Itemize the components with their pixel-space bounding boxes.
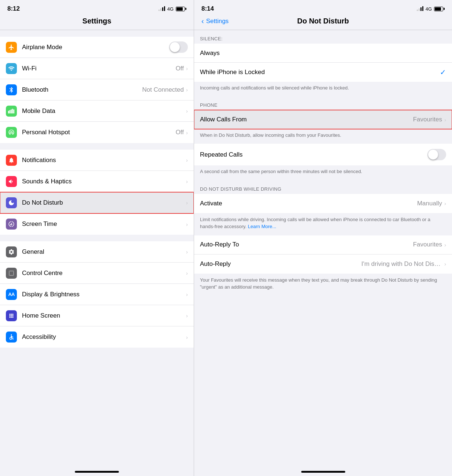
do-not-disturb-row[interactable]: Do Not Disturb › [0,192,194,213]
screen-time-row[interactable]: Screen Time › [0,213,194,235]
home-screen-chevron: › [186,312,188,319]
auto-reply-to-value: Favourites [413,241,442,248]
svg-point-8 [9,315,10,316]
right-status-bar: 8:14 4G [194,0,452,15]
personal-hotspot-label: Personal Hotspot [22,129,176,136]
left-status-time: 8:12 [7,5,20,12]
auto-reply-row[interactable]: Auto-Reply I'm driving with Do Not Distu… [194,255,452,274]
bluetooth-icon [6,84,17,95]
phone-items: Allow Calls From Favourites › [194,110,452,129]
right-home-bar [301,471,345,473]
svg-point-5 [9,314,10,315]
general-chevron: › [186,249,188,255]
control-centre-icon [6,268,17,279]
always-row[interactable]: Always [194,44,452,63]
right-home-indicator [194,469,452,476]
wifi-icon [6,63,17,74]
svg-point-13 [12,316,13,318]
control-centre-label: Control Centre [22,270,186,277]
display-brightness-label: Display & Brightness [22,291,186,298]
while-locked-row[interactable]: While iPhone is Locked ✓ [194,63,452,82]
personal-hotspot-row[interactable]: Personal Hotspot Off › [0,122,194,143]
driving-section: DO NOT DISTURB WHILE DRIVING Activate Ma… [194,180,452,296]
silence-description: Incoming calls and notifications will be… [194,82,452,96]
right-signal-icon [417,7,423,11]
phone-description: When in Do Not Disturb, allow incoming c… [194,129,452,144]
mobile-data-row[interactable]: Mobile Data › [0,100,194,122]
driving-description-text: Limit notifications while driving. Incom… [200,217,430,230]
silence-header: SILENCE: [194,30,452,44]
phone-header: PHONE [194,96,452,110]
svg-point-14 [11,334,12,336]
mobile-data-icon [6,106,17,117]
wifi-row[interactable]: Wi-Fi Off › [0,58,194,79]
wifi-label: Wi-Fi [22,65,176,72]
allow-calls-from-row[interactable]: Allow Calls From Favourites › [194,110,452,129]
left-status-bar: 8:12 4G [0,0,194,15]
driving-header: DO NOT DISTURB WHILE DRIVING [194,180,452,194]
display-brightness-chevron: › [186,291,188,297]
bluetooth-row[interactable]: Bluetooth Not Connected › [0,79,194,100]
allow-calls-from-chevron: › [444,117,446,123]
auto-reply-to-row[interactable]: Auto-Reply To Favourites › [194,235,452,255]
bluetooth-chevron: › [186,87,188,93]
notifications-label: Notifications [22,157,186,164]
repeated-calls-row[interactable]: Repeated Calls [194,144,452,165]
accessibility-label: Accessibility [22,333,186,341]
driving-description: Limit notifications while driving. Incom… [194,213,452,235]
back-button[interactable]: ‹ Settings [201,17,234,25]
repeated-calls-label: Repeated Calls [200,151,427,158]
right-status-icons: 4G [417,6,445,12]
right-panel: 8:14 4G ‹ Settings Do Not Disturb [194,0,452,476]
learn-more-link[interactable]: Learn More... [248,224,276,229]
svg-rect-4 [13,109,14,113]
svg-point-9 [11,315,12,316]
svg-rect-2 [11,109,12,113]
general-label: General [22,248,186,256]
airplane-mode-icon [6,42,17,53]
home-screen-icon [6,310,17,321]
do-not-disturb-chevron: › [186,199,188,206]
activate-row[interactable]: Activate Manually › [194,194,452,213]
do-not-disturb-label: Do Not Disturb [22,199,186,206]
left-page-title: Settings [83,17,112,25]
left-home-bar [75,471,119,473]
notifications-chevron: › [186,157,188,163]
accessibility-icon [6,332,17,343]
auto-reply-label: Auto-Reply [200,260,361,268]
repeated-calls-toggle[interactable] [427,149,446,160]
personal-hotspot-icon [6,127,17,138]
airplane-mode-label: Airplane Mode [22,44,169,51]
home-screen-row[interactable]: Home Screen › [0,305,194,326]
wifi-chevron: › [186,65,188,72]
display-brightness-row[interactable]: AA Display & Brightness › [0,284,194,305]
phone-items2: Repeated Calls [194,144,452,165]
activate-chevron: › [444,200,446,206]
mobile-data-label: Mobile Data [22,107,186,115]
left-panel: 8:12 4G Settings [0,0,194,476]
auto-reply-to-label: Auto-Reply To [200,241,413,248]
sounds-haptics-row[interactable]: Sounds & Haptics › [0,171,194,192]
bluetooth-value: Not Connected [142,86,184,94]
control-centre-row[interactable]: Control Centre › [0,263,194,284]
accessibility-row[interactable]: Accessibility › [0,326,194,348]
notifications-group: Notifications › Sounds & Haptics › [0,150,194,235]
auto-reply-chevron: › [444,261,446,267]
home-screen-label: Home Screen [22,312,186,319]
display-brightness-icon: AA [6,289,17,300]
svg-point-11 [9,316,10,318]
always-label: Always [200,50,446,57]
connectivity-group: Airplane Mode Wi-Fi Off › [0,37,194,143]
left-home-indicator [0,469,194,476]
personal-hotspot-value: Off [176,129,184,136]
airplane-mode-row[interactable]: Airplane Mode [0,37,194,58]
battery-icon [176,7,186,11]
svg-rect-3 [12,109,13,113]
bluetooth-label: Bluetooth [22,86,142,94]
svg-point-10 [12,315,13,316]
settings-list: Airplane Mode Wi-Fi Off › [0,30,194,469]
airplane-mode-toggle[interactable] [169,41,188,53]
notifications-row[interactable]: Notifications › [0,150,194,171]
right-battery-icon [434,7,445,11]
general-row[interactable]: General › [0,241,194,263]
